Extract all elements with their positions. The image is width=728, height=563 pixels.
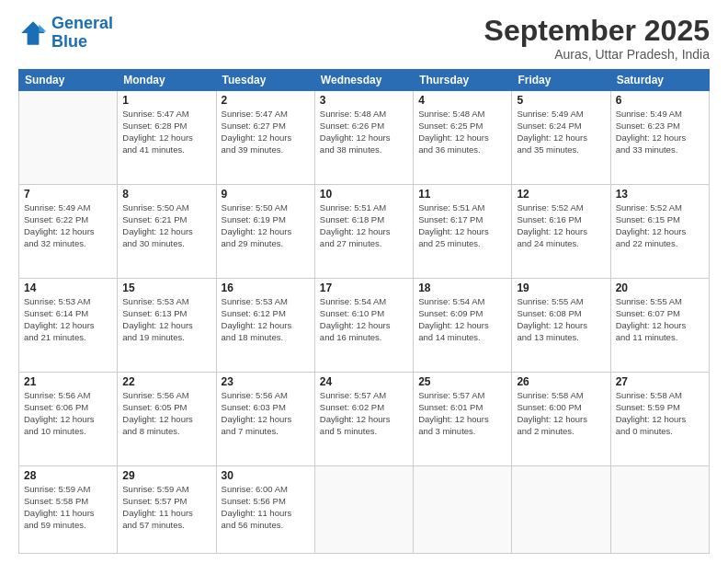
day-info: Sunrise: 5:58 AM Sunset: 5:59 PM Dayligh…	[616, 390, 704, 437]
weekday-header-thursday: Thursday	[414, 70, 512, 91]
logo-line1: General	[51, 14, 113, 32]
day-number: 1	[122, 94, 210, 107]
day-info: Sunrise: 5:48 AM Sunset: 6:26 PM Dayligh…	[320, 109, 408, 155]
day-number: 25	[418, 375, 506, 388]
weekday-header-row: SundayMondayTuesdayWednesdayThursdayFrid…	[19, 70, 710, 91]
calendar-cell: 3Sunrise: 5:48 AM Sunset: 6:26 PM Daylig…	[314, 91, 413, 185]
calendar-cell: 23Sunrise: 5:56 AM Sunset: 6:03 PM Dayli…	[216, 373, 314, 466]
calendar-cell	[414, 466, 512, 554]
day-info: Sunrise: 6:00 AM Sunset: 5:56 PM Dayligh…	[222, 484, 310, 531]
calendar-cell: 9Sunrise: 5:50 AM Sunset: 6:19 PM Daylig…	[216, 185, 314, 279]
page-subtitle: Auras, Uttar Pradesh, India	[484, 47, 710, 62]
svg-marker-0	[21, 21, 45, 45]
logo-text: General Blue	[51, 15, 113, 52]
logo-icon	[18, 18, 48, 48]
day-number: 12	[517, 188, 605, 201]
weekday-header-tuesday: Tuesday	[216, 70, 314, 91]
day-number: 15	[122, 282, 210, 294]
day-number: 16	[222, 282, 310, 294]
day-number: 26	[517, 375, 605, 388]
day-info: Sunrise: 5:47 AM Sunset: 6:27 PM Dayligh…	[222, 109, 310, 155]
day-info: Sunrise: 5:54 AM Sunset: 6:10 PM Dayligh…	[320, 296, 408, 343]
calendar-cell: 16Sunrise: 5:53 AM Sunset: 6:12 PM Dayli…	[216, 279, 314, 373]
day-number: 5	[517, 94, 605, 107]
day-info: Sunrise: 5:54 AM Sunset: 6:09 PM Dayligh…	[418, 296, 506, 343]
day-number: 20	[616, 282, 704, 294]
day-info: Sunrise: 5:58 AM Sunset: 6:00 PM Dayligh…	[517, 390, 605, 437]
day-info: Sunrise: 5:52 AM Sunset: 6:16 PM Dayligh…	[517, 202, 605, 249]
calendar-cell	[610, 466, 709, 554]
day-info: Sunrise: 5:55 AM Sunset: 6:08 PM Dayligh…	[517, 296, 605, 343]
logo: General Blue	[18, 15, 113, 52]
day-info: Sunrise: 5:52 AM Sunset: 6:15 PM Dayligh…	[616, 202, 704, 249]
day-info: Sunrise: 5:55 AM Sunset: 6:07 PM Dayligh…	[616, 296, 704, 343]
calendar-cell: 2Sunrise: 5:47 AM Sunset: 6:27 PM Daylig…	[216, 91, 314, 185]
logo-line2: Blue	[51, 32, 87, 51]
day-number: 28	[24, 469, 112, 482]
header: General Blue September 2025 Auras, Uttar…	[18, 15, 710, 62]
calendar-cell: 14Sunrise: 5:53 AM Sunset: 6:14 PM Dayli…	[19, 279, 118, 373]
day-info: Sunrise: 5:59 AM Sunset: 5:58 PM Dayligh…	[24, 484, 112, 531]
calendar-cell: 25Sunrise: 5:57 AM Sunset: 6:01 PM Dayli…	[414, 373, 512, 466]
page-title: September 2025	[484, 15, 710, 47]
day-number: 10	[320, 188, 408, 201]
calendar-cell: 11Sunrise: 5:51 AM Sunset: 6:17 PM Dayli…	[414, 185, 512, 279]
day-info: Sunrise: 5:57 AM Sunset: 6:01 PM Dayligh…	[418, 390, 506, 437]
calendar-cell: 17Sunrise: 5:54 AM Sunset: 6:10 PM Dayli…	[314, 279, 413, 373]
page: General Blue September 2025 Auras, Uttar…	[0, 0, 728, 563]
calendar-cell	[512, 466, 610, 554]
calendar-cell	[19, 91, 118, 185]
day-number: 18	[418, 282, 506, 294]
day-number: 23	[222, 375, 310, 388]
day-number: 27	[616, 375, 704, 388]
title-block: September 2025 Auras, Uttar Pradesh, Ind…	[484, 15, 710, 62]
day-number: 29	[122, 469, 210, 482]
day-info: Sunrise: 5:49 AM Sunset: 6:24 PM Dayligh…	[517, 109, 605, 155]
calendar-cell: 13Sunrise: 5:52 AM Sunset: 6:15 PM Dayli…	[610, 185, 709, 279]
day-number: 4	[418, 94, 506, 107]
calendar-cell: 22Sunrise: 5:56 AM Sunset: 6:05 PM Dayli…	[118, 373, 216, 466]
calendar-cell: 4Sunrise: 5:48 AM Sunset: 6:25 PM Daylig…	[414, 91, 512, 185]
day-number: 9	[222, 188, 310, 201]
day-info: Sunrise: 5:50 AM Sunset: 6:21 PM Dayligh…	[122, 202, 210, 249]
day-number: 24	[320, 375, 408, 388]
weekday-header-sunday: Sunday	[19, 70, 118, 91]
calendar-cell: 29Sunrise: 5:59 AM Sunset: 5:57 PM Dayli…	[118, 466, 216, 554]
day-info: Sunrise: 5:57 AM Sunset: 6:02 PM Dayligh…	[320, 390, 408, 437]
calendar-cell: 26Sunrise: 5:58 AM Sunset: 6:00 PM Dayli…	[512, 373, 610, 466]
calendar-table: SundayMondayTuesdayWednesdayThursdayFrid…	[18, 69, 710, 554]
calendar-week-4: 28Sunrise: 5:59 AM Sunset: 5:58 PM Dayli…	[19, 466, 710, 554]
calendar-cell: 20Sunrise: 5:55 AM Sunset: 6:07 PM Dayli…	[610, 279, 709, 373]
day-info: Sunrise: 5:53 AM Sunset: 6:12 PM Dayligh…	[222, 296, 310, 343]
calendar-cell: 12Sunrise: 5:52 AM Sunset: 6:16 PM Dayli…	[512, 185, 610, 279]
day-number: 19	[517, 282, 605, 294]
calendar-cell: 15Sunrise: 5:53 AM Sunset: 6:13 PM Dayli…	[118, 279, 216, 373]
calendar-cell: 28Sunrise: 5:59 AM Sunset: 5:58 PM Dayli…	[19, 466, 118, 554]
weekday-header-monday: Monday	[118, 70, 216, 91]
calendar-cell: 6Sunrise: 5:49 AM Sunset: 6:23 PM Daylig…	[610, 91, 709, 185]
calendar-cell: 19Sunrise: 5:55 AM Sunset: 6:08 PM Dayli…	[512, 279, 610, 373]
calendar-week-1: 7Sunrise: 5:49 AM Sunset: 6:22 PM Daylig…	[19, 185, 710, 279]
day-info: Sunrise: 5:47 AM Sunset: 6:28 PM Dayligh…	[122, 109, 210, 155]
day-number: 11	[418, 188, 506, 201]
calendar-cell: 8Sunrise: 5:50 AM Sunset: 6:21 PM Daylig…	[118, 185, 216, 279]
day-number: 13	[616, 188, 704, 201]
day-info: Sunrise: 5:56 AM Sunset: 6:03 PM Dayligh…	[222, 390, 310, 437]
calendar-cell: 10Sunrise: 5:51 AM Sunset: 6:18 PM Dayli…	[314, 185, 413, 279]
calendar-week-2: 14Sunrise: 5:53 AM Sunset: 6:14 PM Dayli…	[19, 279, 710, 373]
calendar-cell: 24Sunrise: 5:57 AM Sunset: 6:02 PM Dayli…	[314, 373, 413, 466]
day-info: Sunrise: 5:50 AM Sunset: 6:19 PM Dayligh…	[222, 202, 310, 249]
day-info: Sunrise: 5:48 AM Sunset: 6:25 PM Dayligh…	[418, 109, 506, 155]
day-info: Sunrise: 5:49 AM Sunset: 6:23 PM Dayligh…	[616, 109, 704, 155]
calendar-week-3: 21Sunrise: 5:56 AM Sunset: 6:06 PM Dayli…	[19, 373, 710, 466]
calendar-cell: 30Sunrise: 6:00 AM Sunset: 5:56 PM Dayli…	[216, 466, 314, 554]
day-info: Sunrise: 5:56 AM Sunset: 6:06 PM Dayligh…	[24, 390, 112, 437]
calendar-cell: 18Sunrise: 5:54 AM Sunset: 6:09 PM Dayli…	[414, 279, 512, 373]
day-number: 22	[122, 375, 210, 388]
calendar-cell: 5Sunrise: 5:49 AM Sunset: 6:24 PM Daylig…	[512, 91, 610, 185]
weekday-header-wednesday: Wednesday	[314, 70, 413, 91]
day-info: Sunrise: 5:53 AM Sunset: 6:13 PM Dayligh…	[122, 296, 210, 343]
weekday-header-friday: Friday	[512, 70, 610, 91]
day-info: Sunrise: 5:56 AM Sunset: 6:05 PM Dayligh…	[122, 390, 210, 437]
day-number: 30	[222, 469, 310, 482]
